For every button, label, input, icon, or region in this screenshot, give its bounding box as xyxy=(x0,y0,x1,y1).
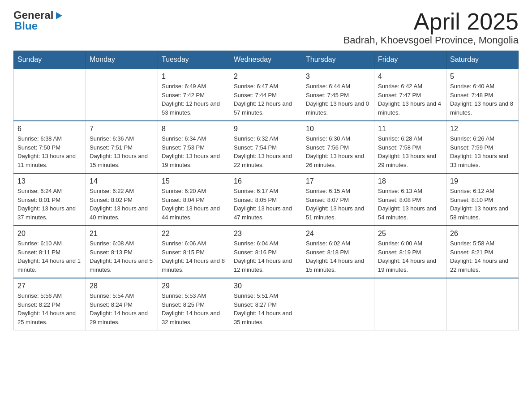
day-number: 7 xyxy=(90,125,154,133)
calendar-cell: 13Sunrise: 6:24 AMSunset: 8:01 PMDayligh… xyxy=(14,173,86,226)
day-info: Sunrise: 5:51 AMSunset: 8:27 PMDaylight:… xyxy=(234,291,298,326)
day-info: Sunrise: 6:17 AMSunset: 8:05 PMDaylight:… xyxy=(234,187,298,222)
day-info: Sunrise: 6:44 AMSunset: 7:45 PMDaylight:… xyxy=(306,82,370,117)
calendar-cell: 5Sunrise: 6:40 AMSunset: 7:48 PMDaylight… xyxy=(446,68,519,121)
day-number: 28 xyxy=(90,282,154,290)
day-number: 24 xyxy=(306,230,370,238)
day-info: Sunrise: 6:28 AMSunset: 7:58 PMDaylight:… xyxy=(378,134,442,169)
day-info: Sunrise: 6:02 AMSunset: 8:18 PMDaylight:… xyxy=(306,239,370,274)
day-info: Sunrise: 6:10 AMSunset: 8:11 PMDaylight:… xyxy=(17,239,82,274)
calendar-cell: 24Sunrise: 6:02 AMSunset: 8:18 PMDayligh… xyxy=(302,226,374,278)
day-number: 3 xyxy=(306,73,370,81)
day-number: 26 xyxy=(450,230,515,238)
day-number: 10 xyxy=(306,125,370,133)
day-info: Sunrise: 5:58 AMSunset: 8:21 PMDaylight:… xyxy=(450,239,515,274)
calendar-cell: 19Sunrise: 6:12 AMSunset: 8:10 PMDayligh… xyxy=(446,173,519,226)
day-number: 17 xyxy=(306,177,370,185)
calendar-cell: 8Sunrise: 6:34 AMSunset: 7:53 PMDaylight… xyxy=(158,121,230,173)
day-info: Sunrise: 5:54 AMSunset: 8:24 PMDaylight:… xyxy=(90,291,154,326)
day-number: 14 xyxy=(90,177,154,185)
calendar-cell: 11Sunrise: 6:28 AMSunset: 7:58 PMDayligh… xyxy=(374,121,446,173)
day-info: Sunrise: 6:24 AMSunset: 8:01 PMDaylight:… xyxy=(17,187,82,222)
day-number: 21 xyxy=(90,230,154,238)
calendar-cell: 7Sunrise: 6:36 AMSunset: 7:51 PMDaylight… xyxy=(86,121,158,173)
calendar-cell xyxy=(14,68,86,121)
day-info: Sunrise: 6:36 AMSunset: 7:51 PMDaylight:… xyxy=(90,134,154,169)
calendar-cell: 17Sunrise: 6:15 AMSunset: 8:07 PMDayligh… xyxy=(302,173,374,226)
day-number: 2 xyxy=(234,73,298,81)
day-info: Sunrise: 6:32 AMSunset: 7:54 PMDaylight:… xyxy=(234,134,298,169)
weekday-header-friday: Friday xyxy=(374,51,446,69)
day-info: Sunrise: 5:56 AMSunset: 8:22 PMDaylight:… xyxy=(17,291,82,326)
calendar-cell: 28Sunrise: 5:54 AMSunset: 8:24 PMDayligh… xyxy=(86,278,158,330)
day-info: Sunrise: 6:49 AMSunset: 7:42 PMDaylight:… xyxy=(162,82,226,117)
day-info: Sunrise: 6:08 AMSunset: 8:13 PMDaylight:… xyxy=(90,239,154,274)
day-info: Sunrise: 6:12 AMSunset: 8:10 PMDaylight:… xyxy=(450,187,515,222)
weekday-header-sunday: Sunday xyxy=(14,51,86,69)
calendar-cell: 4Sunrise: 6:42 AMSunset: 7:47 PMDaylight… xyxy=(374,68,446,121)
day-number: 23 xyxy=(234,230,298,238)
day-info: Sunrise: 6:30 AMSunset: 7:56 PMDaylight:… xyxy=(306,134,370,169)
day-number: 5 xyxy=(450,73,515,81)
calendar-cell xyxy=(86,68,158,121)
weekday-header-monday: Monday xyxy=(86,51,158,69)
calendar-week-row: 1Sunrise: 6:49 AMSunset: 7:42 PMDaylight… xyxy=(14,68,519,121)
logo-blue-text: Blue xyxy=(14,20,38,32)
day-info: Sunrise: 6:42 AMSunset: 7:47 PMDaylight:… xyxy=(378,82,442,117)
day-number: 16 xyxy=(234,177,298,185)
day-number: 29 xyxy=(162,282,226,290)
logo: General Blue xyxy=(13,9,64,32)
weekday-header-saturday: Saturday xyxy=(446,51,519,69)
page-title: April 2025 xyxy=(343,9,519,34)
calendar-cell: 16Sunrise: 6:17 AMSunset: 8:05 PMDayligh… xyxy=(230,173,302,226)
calendar-cell xyxy=(302,278,374,330)
day-number: 13 xyxy=(17,177,82,185)
day-number: 20 xyxy=(17,230,82,238)
day-info: Sunrise: 6:38 AMSunset: 7:50 PMDaylight:… xyxy=(17,134,82,169)
calendar-cell: 23Sunrise: 6:04 AMSunset: 8:16 PMDayligh… xyxy=(230,226,302,278)
day-number: 4 xyxy=(378,73,442,81)
day-number: 18 xyxy=(378,177,442,185)
calendar-cell: 25Sunrise: 6:00 AMSunset: 8:19 PMDayligh… xyxy=(374,226,446,278)
day-number: 1 xyxy=(162,73,226,81)
calendar-cell: 20Sunrise: 6:10 AMSunset: 8:11 PMDayligh… xyxy=(14,226,86,278)
calendar-cell: 21Sunrise: 6:08 AMSunset: 8:13 PMDayligh… xyxy=(86,226,158,278)
day-info: Sunrise: 6:15 AMSunset: 8:07 PMDaylight:… xyxy=(306,187,370,222)
day-number: 12 xyxy=(450,125,515,133)
day-number: 8 xyxy=(162,125,226,133)
calendar-table: SundayMondayTuesdayWednesdayThursdayFrid… xyxy=(13,51,519,330)
calendar-week-row: 13Sunrise: 6:24 AMSunset: 8:01 PMDayligh… xyxy=(14,173,519,226)
calendar-cell: 9Sunrise: 6:32 AMSunset: 7:54 PMDaylight… xyxy=(230,121,302,173)
day-info: Sunrise: 6:00 AMSunset: 8:19 PMDaylight:… xyxy=(378,239,442,274)
calendar-cell xyxy=(374,278,446,330)
calendar-week-row: 6Sunrise: 6:38 AMSunset: 7:50 PMDaylight… xyxy=(14,121,519,173)
day-info: Sunrise: 6:26 AMSunset: 7:59 PMDaylight:… xyxy=(450,134,515,169)
calendar-header-row: SundayMondayTuesdayWednesdayThursdayFrid… xyxy=(14,51,519,69)
day-number: 27 xyxy=(17,282,82,290)
calendar-cell: 12Sunrise: 6:26 AMSunset: 7:59 PMDayligh… xyxy=(446,121,519,173)
day-number: 25 xyxy=(378,230,442,238)
day-info: Sunrise: 6:20 AMSunset: 8:04 PMDaylight:… xyxy=(162,187,226,222)
day-number: 15 xyxy=(162,177,226,185)
calendar-cell xyxy=(446,278,519,330)
calendar-cell: 1Sunrise: 6:49 AMSunset: 7:42 PMDaylight… xyxy=(158,68,230,121)
day-info: Sunrise: 6:06 AMSunset: 8:15 PMDaylight:… xyxy=(162,239,226,274)
calendar-cell: 14Sunrise: 6:22 AMSunset: 8:02 PMDayligh… xyxy=(86,173,158,226)
page-subtitle: Badrah, Khoevsgoel Province, Mongolia xyxy=(343,34,519,46)
calendar-cell: 10Sunrise: 6:30 AMSunset: 7:56 PMDayligh… xyxy=(302,121,374,173)
day-number: 6 xyxy=(17,125,82,133)
day-number: 30 xyxy=(234,282,298,290)
day-info: Sunrise: 6:04 AMSunset: 8:16 PMDaylight:… xyxy=(234,239,298,274)
calendar-week-row: 20Sunrise: 6:10 AMSunset: 8:11 PMDayligh… xyxy=(14,226,519,278)
svg-marker-0 xyxy=(56,12,62,19)
day-info: Sunrise: 6:40 AMSunset: 7:48 PMDaylight:… xyxy=(450,82,515,117)
day-number: 22 xyxy=(162,230,226,238)
day-info: Sunrise: 6:13 AMSunset: 8:08 PMDaylight:… xyxy=(378,187,442,222)
day-info: Sunrise: 6:22 AMSunset: 8:02 PMDaylight:… xyxy=(90,187,154,222)
logo-arrow-icon xyxy=(54,11,64,21)
day-info: Sunrise: 5:53 AMSunset: 8:25 PMDaylight:… xyxy=(162,291,226,326)
calendar-cell: 29Sunrise: 5:53 AMSunset: 8:25 PMDayligh… xyxy=(158,278,230,330)
calendar-cell: 6Sunrise: 6:38 AMSunset: 7:50 PMDaylight… xyxy=(14,121,86,173)
calendar-cell: 27Sunrise: 5:56 AMSunset: 8:22 PMDayligh… xyxy=(14,278,86,330)
calendar-cell: 22Sunrise: 6:06 AMSunset: 8:15 PMDayligh… xyxy=(158,226,230,278)
